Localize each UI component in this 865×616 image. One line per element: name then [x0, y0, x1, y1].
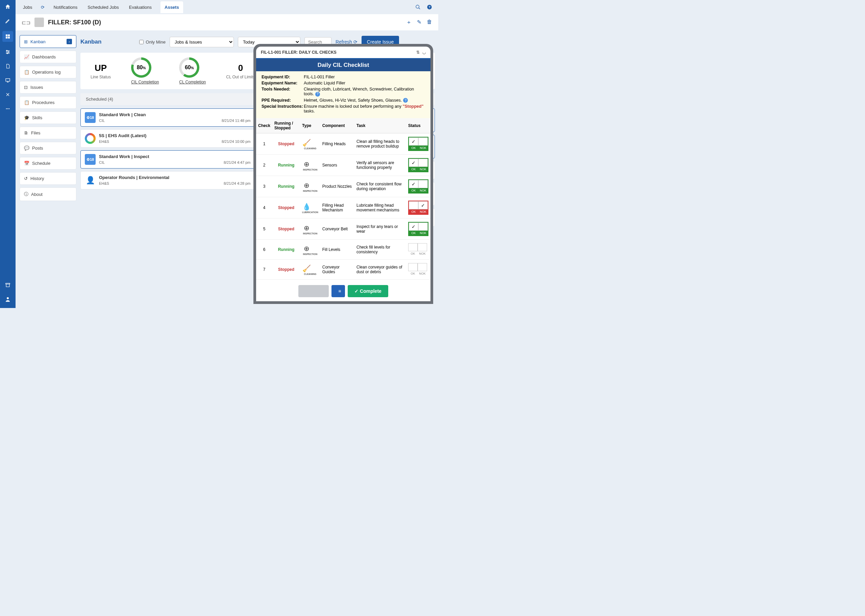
card-time: 8/21/24 10:00 pm: [222, 140, 251, 143]
svg-point-5: [8, 52, 9, 53]
tab-scheduled[interactable]: Scheduled Jobs: [86, 2, 120, 13]
signal-icon: ⇅: [416, 50, 420, 55]
sidebar-icon: 📈: [24, 54, 29, 60]
file-icon[interactable]: [4, 62, 12, 70]
top-nav: Jobs ⟳ Notifications Scheduled Jobs Eval…: [16, 0, 438, 14]
sidebar-label: Operations log: [32, 69, 61, 75]
component-cell: Filling Heads: [320, 134, 354, 155]
modal-meta: Equipment ID:FIL-L1-001 Filler Equipment…: [256, 71, 431, 118]
tab-evaluations[interactable]: Evaluations: [128, 2, 153, 13]
sliders-icon[interactable]: [4, 48, 12, 56]
svg-point-13: [416, 5, 419, 8]
cl-link[interactable]: CL Completion: [179, 80, 206, 85]
help-icon[interactable]: ?: [403, 98, 408, 103]
task-cell: Clean all filling heads to remove produc…: [354, 134, 406, 155]
metric-cil: 80% CIL Completion: [131, 57, 159, 85]
menu-button[interactable]: ≡: [332, 285, 345, 297]
grid-icon[interactable]: [2, 31, 13, 42]
pencil-icon[interactable]: [4, 17, 12, 25]
view-select[interactable]: Jobs & Issues: [170, 37, 234, 47]
back-button[interactable]: [298, 285, 329, 297]
status-ok[interactable]: ✓OKNOK: [408, 137, 428, 151]
sidebar-item-history[interactable]: ↺History: [20, 172, 76, 185]
card-time: 8/21/24 4:28 pm: [224, 181, 251, 185]
metric-out: 0 CL Out of Limits: [226, 63, 255, 79]
task-cell: Lubricate filling head movement mechanis…: [354, 197, 406, 218]
tab-jobs[interactable]: Jobs: [22, 2, 33, 13]
sidebar-icon: ⓘ: [24, 191, 28, 197]
card-icon: [85, 133, 96, 144]
refresh-icon[interactable]: ⟳: [41, 5, 45, 10]
tools-icon[interactable]: [4, 91, 12, 99]
sidebar-icon: 💬: [24, 146, 29, 151]
component-cell: Fill Levels: [320, 240, 354, 260]
sidebar-icon: ⊡: [24, 85, 28, 90]
only-mine-checkbox[interactable]: Only Mine: [139, 39, 165, 45]
search-icon[interactable]: [415, 5, 421, 10]
sidebar-item-files[interactable]: 🗎Files: [20, 127, 76, 139]
cil-link[interactable]: CIL Completion: [131, 80, 159, 85]
check-number: 6: [256, 240, 272, 260]
kanban-card[interactable]: ⚙18Standard Work | CleanCIL8/21/24 11:48…: [80, 108, 255, 127]
card-title: 5S | EHS Audit (Latest): [99, 133, 251, 138]
checklist-row: 5Stopped⊕INSPECTIONConveyor BeltInspect …: [256, 218, 431, 240]
svg-point-8: [6, 108, 7, 109]
status-ok[interactable]: ✓OKNOK: [408, 158, 428, 172]
sidebar-item-operations-log[interactable]: 📋Operations log: [20, 66, 76, 79]
sidebar-item-about[interactable]: ⓘAbout: [20, 187, 76, 201]
help-icon[interactable]: ?: [427, 5, 432, 10]
more-icon[interactable]: [4, 105, 12, 113]
status-empty[interactable]: OKNOK: [408, 263, 428, 276]
tab-notifications[interactable]: Notifications: [52, 2, 79, 13]
sidebar-icon: ↺: [24, 176, 28, 181]
component-cell: Conveyor Belt: [320, 218, 354, 240]
help-icon[interactable]: ?: [315, 92, 320, 97]
kanban-card[interactable]: 5S | EHS Audit (Latest)EH&S8/21/24 10:00…: [80, 129, 255, 148]
icon-rail: [0, 0, 16, 308]
sidebar-item-issues[interactable]: ⊡Issues: [20, 81, 76, 94]
run-state: Stopped: [272, 134, 300, 155]
sidebar-label: Procedures: [32, 100, 54, 105]
card-category: CIL: [99, 119, 105, 123]
sidebar-item-kanban[interactable]: ⊞Kanban›: [20, 35, 76, 48]
user-icon[interactable]: [4, 295, 12, 303]
sidebar-item-procedures[interactable]: 📋Procedures: [20, 96, 76, 109]
sidebar-item-schedule[interactable]: 📅Schedule: [20, 157, 76, 170]
card-title: Standard Work | Clean: [99, 112, 251, 117]
sidebar-item-posts[interactable]: 💬Posts: [20, 142, 76, 154]
kanban-card[interactable]: ⚙18Standard Work | InspectCIL8/21/24 4:4…: [80, 150, 255, 168]
add-icon[interactable]: ＋: [406, 19, 412, 26]
complete-button[interactable]: ✓ Complete: [348, 285, 388, 297]
sidebar-item-dashboards[interactable]: 📈Dashboards: [20, 51, 76, 63]
chevron-right-icon: ›: [66, 39, 72, 44]
card-category: EH&S: [99, 181, 109, 185]
task-cell: Clean conveyor guides of dust or debris: [354, 260, 406, 280]
status-empty[interactable]: OKNOK: [408, 243, 428, 256]
svg-text:?: ?: [428, 5, 431, 9]
tab-assets[interactable]: Assets: [160, 2, 183, 13]
checklist-modal: FIL-L1-001 FILLER: DAILY CIL CHECKS ⇅ ◡ …: [253, 44, 433, 304]
run-state: Running: [272, 176, 300, 197]
checklist-row: 6Running⊕INSPECTIONFill LevelsCheck fill…: [256, 240, 431, 260]
presentation-icon[interactable]: [4, 76, 12, 85]
card-time: 8/21/24 4:47 pm: [224, 160, 251, 165]
kanban-card[interactable]: 👤Operator Rounds | EnvironmentalEH&S8/21…: [80, 171, 255, 189]
status-nok[interactable]: ✓OKNOK: [408, 201, 428, 215]
hierarchy-icon[interactable]: ⊏⊐: [22, 19, 30, 26]
sidebar-label: Kanban: [30, 39, 46, 44]
column-header: Scheduled (4): [80, 93, 255, 105]
sidebar-item-skills[interactable]: 🎓Skills: [20, 112, 76, 124]
status-ok[interactable]: ✓OKNOK: [408, 222, 428, 236]
archive-icon[interactable]: [4, 281, 12, 289]
run-state: Running: [272, 240, 300, 260]
status-ok[interactable]: ✓OKNOK: [408, 179, 428, 193]
run-state: Stopped: [272, 218, 300, 240]
component-cell: Conveyor Guides: [320, 260, 354, 280]
home-icon[interactable]: [4, 3, 12, 11]
edit-icon[interactable]: ✎: [417, 19, 421, 26]
card-time: 8/21/24 11:48 pm: [222, 119, 251, 123]
svg-rect-7: [6, 79, 10, 82]
svg-rect-1: [8, 35, 10, 36]
delete-icon[interactable]: 🗑: [427, 19, 432, 26]
card-title: Standard Work | Inspect: [99, 154, 251, 159]
